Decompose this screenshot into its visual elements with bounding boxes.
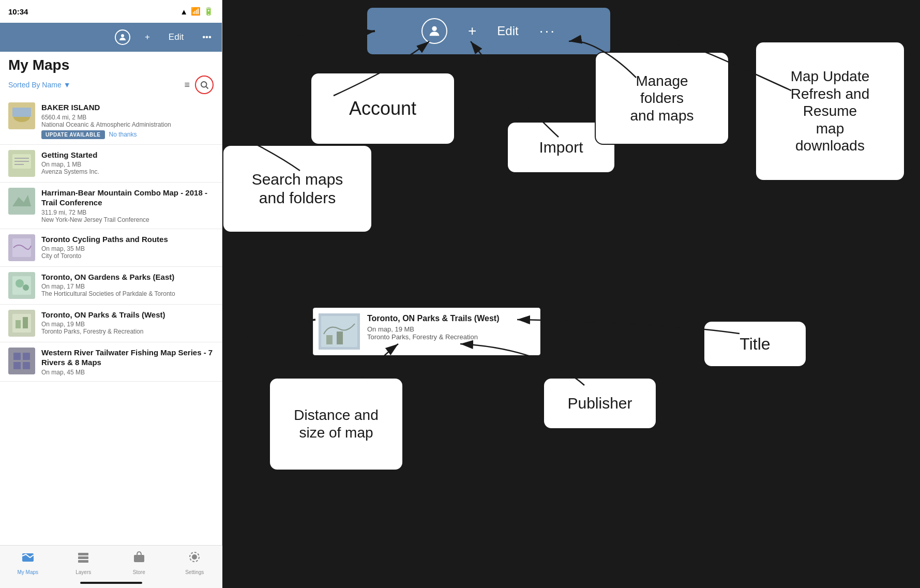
edit-action-button[interactable]: Edit	[497, 24, 518, 38]
map-title: Harriman-Bear Mountain Combo Map - 2018 …	[41, 188, 214, 208]
account-callout: Account	[310, 72, 455, 145]
map-publisher: The Horticultural Societies of Parkdale …	[41, 290, 214, 297]
map-meta: On map, 17 MB	[41, 283, 214, 290]
map-info: Getting Started On map, 1 MB Avenza Syst…	[41, 150, 214, 176]
map-item[interactable]: Toronto, ON Gardens & Parks (East) On ma…	[0, 267, 222, 305]
distance-callout: Distance andsize of map	[269, 378, 403, 471]
svg-rect-38	[337, 331, 343, 344]
map-preview-publisher: Toronto Parks, Forestry & Recreation	[367, 333, 499, 341]
map-preview-info: Toronto, ON Parks & Trails (West) On map…	[367, 313, 499, 341]
publisher-callout: Publisher	[543, 378, 657, 429]
map-preview-card[interactable]: Toronto, ON Parks & Trails (West) On map…	[313, 308, 540, 355]
map-title: Toronto, ON Parks & Trails (West)	[41, 310, 214, 320]
map-preview-title: Toronto, ON Parks & Trails (West)	[367, 313, 499, 324]
sort-row: Sorted By Name ▼ ≡	[8, 76, 214, 94]
map-item[interactable]: BAKER ISLAND 6560.4 mi, 2 MB National Oc…	[0, 97, 222, 145]
map-preview-meta: On map, 19 MB	[367, 325, 499, 333]
my-maps-tab-icon	[21, 550, 35, 567]
page-title: My Maps	[8, 57, 214, 73]
title-section: My Maps Sorted By Name ▼ ≡	[0, 52, 222, 97]
svg-rect-28	[78, 553, 88, 555]
settings-tab-icon	[187, 550, 202, 567]
map-meta: On map, 19 MB	[41, 321, 214, 328]
account-action-icon[interactable]	[421, 18, 447, 44]
map-item[interactable]: Western River Tailwater Fishing Map Seri…	[0, 342, 222, 382]
map-thumbnail	[8, 188, 35, 215]
tab-settings[interactable]: Settings	[167, 550, 223, 575]
layers-tab-icon	[76, 550, 91, 567]
tab-layers[interactable]: Layers	[56, 550, 112, 575]
svg-point-17	[23, 284, 29, 291]
more-button[interactable]: •••	[198, 30, 216, 44]
status-time: 10:34	[8, 7, 28, 16]
svg-rect-13	[12, 238, 31, 257]
map-item[interactable]: Toronto Cycling Paths and Routes On map,…	[0, 229, 222, 267]
svg-rect-25	[13, 362, 21, 369]
signal-icon: ▲	[180, 7, 188, 16]
title-callout: Title	[703, 321, 807, 367]
svg-point-34	[432, 26, 436, 31]
map-info: Western River Tailwater Fishing Map Seri…	[41, 348, 214, 376]
svg-rect-29	[78, 556, 88, 559]
edit-button[interactable]: Edit	[164, 30, 188, 44]
map-thumbnail	[8, 272, 35, 299]
search-button[interactable]	[195, 76, 214, 94]
my-maps-tab-label: My Maps	[17, 569, 38, 575]
map-preview-thumbnail	[319, 313, 360, 350]
svg-rect-21	[23, 317, 28, 328]
tab-store[interactable]: Store	[111, 550, 167, 575]
map-list: BAKER ISLAND 6560.4 mi, 2 MB National Oc…	[0, 97, 222, 553]
wifi-icon: 📶	[191, 7, 201, 16]
more-action-button[interactable]: ···	[539, 23, 556, 39]
map-item[interactable]: Getting Started On map, 1 MB Avenza Syst…	[0, 145, 222, 183]
add-action-button[interactable]: +	[468, 23, 476, 39]
svg-rect-22	[8, 348, 35, 374]
account-icon-btn[interactable]	[115, 29, 130, 45]
svg-rect-26	[23, 362, 30, 369]
sort-label[interactable]: Sorted By Name ▼	[8, 81, 71, 89]
svg-rect-5	[12, 108, 31, 117]
svg-rect-37	[326, 335, 333, 344]
map-info: Harriman-Bear Mountain Combo Map - 2018 …	[41, 188, 214, 223]
map-publisher: National Oceanic & Atmospheric Administr…	[41, 121, 214, 128]
store-tab-icon	[132, 550, 146, 567]
svg-rect-19	[12, 314, 31, 333]
header-bar: + Edit •••	[0, 23, 222, 52]
map-thumbnail	[8, 234, 35, 261]
svg-point-1	[201, 82, 207, 87]
update-available-badge[interactable]: UPDATE AVAILABLE	[41, 130, 105, 139]
status-icons: ▲ 📶 🔋	[180, 7, 214, 16]
map-meta: On map, 35 MB	[41, 245, 214, 252]
svg-rect-31	[134, 555, 144, 562]
store-tab-label: Store	[133, 569, 145, 575]
tab-my-maps[interactable]: My Maps	[0, 550, 56, 575]
map-thumbnail	[8, 348, 35, 374]
manage-callout: Managefoldersand maps	[595, 52, 729, 145]
map-publisher: New York-New Jersey Trail Conference	[41, 216, 214, 223]
update-badge: UPDATE AVAILABLE No thanks	[41, 130, 137, 139]
map-thumbnail	[8, 310, 35, 337]
map-title: Toronto, ON Gardens & Parks (East)	[41, 272, 214, 282]
svg-point-32	[192, 554, 197, 560]
map-info: Toronto, ON Parks & Trails (West) On map…	[41, 310, 214, 336]
map-item[interactable]: Harriman-Bear Mountain Combo Map - 2018 …	[0, 183, 222, 229]
map-title: Toronto Cycling Paths and Routes	[41, 234, 214, 245]
add-button[interactable]: +	[141, 30, 154, 44]
svg-line-2	[206, 87, 208, 89]
no-thanks-button[interactable]: No thanks	[109, 131, 137, 138]
battery-icon: 🔋	[204, 7, 214, 16]
svg-rect-27	[22, 553, 34, 562]
map-meta: 6560.4 mi, 2 MB	[41, 114, 214, 121]
map-title: BAKER ISLAND	[41, 102, 214, 113]
annotation-area: + Edit ··· Account Search mapsand folder…	[222, 0, 920, 588]
status-bar: 10:34 ▲ 📶 🔋	[0, 0, 222, 23]
top-action-bar: + Edit ···	[367, 8, 610, 54]
map-thumbnail	[8, 150, 35, 177]
list-view-icon[interactable]: ≡	[184, 80, 190, 91]
home-indicator	[80, 582, 142, 584]
svg-rect-23	[13, 353, 21, 360]
search-callout: Search mapsand folders	[222, 145, 372, 233]
map-info: Toronto, ON Gardens & Parks (East) On ma…	[41, 272, 214, 298]
svg-rect-24	[23, 353, 30, 360]
map-item[interactable]: Toronto, ON Parks & Trails (West) On map…	[0, 305, 222, 342]
